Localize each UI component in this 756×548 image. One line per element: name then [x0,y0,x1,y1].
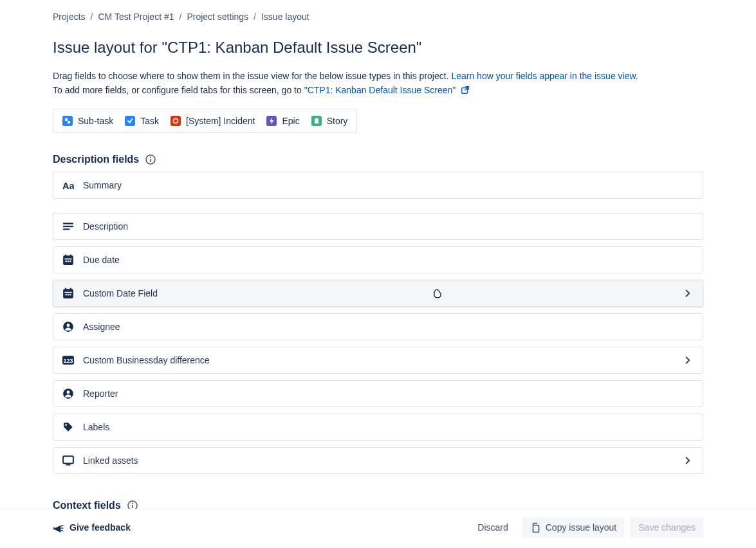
field-row[interactable]: Custom Businessday difference [53,347,703,374]
field-label: Custom Date Field [83,288,158,298]
issue-type-label: Epic [282,116,299,126]
issue-type-label: Task [140,116,159,126]
description-fields-list: SummaryDescriptionDue dateCustom Date Fi… [53,172,703,474]
breadcrumb-project[interactable]: CM Test Project #1 [98,12,174,22]
calendar-icon [62,288,74,299]
monitor-icon [62,455,74,466]
learn-link[interactable]: Learn how your fields appear in the issu… [451,71,638,81]
issue-type-incident: [System] Incident [171,116,255,126]
issue-types-box: Sub-task Task [System] Incident Epic Sto… [53,109,357,133]
description-fields-header: Description fields [53,154,703,165]
field-label: Summary [83,180,122,190]
footer-bar: Give feedback Discard Copy issue layout … [0,509,756,548]
intro-part1: Drag fields to choose where to show them… [53,71,451,81]
info-icon[interactable] [145,154,156,165]
issue-type-label: Sub-task [78,116,113,126]
external-link-icon [461,86,470,95]
screen-link-text: "CTP1: Kanban Default Issue Screen" [304,85,456,95]
breadcrumb-projects[interactable]: Projects [53,12,86,22]
breadcrumb-sep: / [254,12,256,22]
chevron-right-icon [682,354,694,366]
breadcrumb-issue-layout[interactable]: Issue layout [261,12,309,22]
copy-issue-layout-button[interactable]: Copy issue layout [522,517,625,538]
copy-icon [530,522,540,533]
person-icon [62,388,74,399]
field-label: Reporter [83,388,118,399]
discard-button[interactable]: Discard [470,517,515,538]
copy-label: Copy issue layout [546,522,617,533]
give-feedback-button[interactable]: Give feedback [53,522,131,533]
field-label: Assignee [83,322,120,332]
description-fields-title: Description fields [53,154,139,165]
field-row[interactable]: Due date [53,246,703,273]
incident-icon [171,116,181,126]
field-row[interactable]: Labels [53,414,703,441]
breadcrumb-settings[interactable]: Project settings [187,12,248,22]
save-changes-button: Save changes [631,517,703,538]
megaphone-icon [53,522,64,533]
issue-type-subtask: Sub-task [62,116,113,126]
text-icon [62,179,74,191]
field-row[interactable]: Linked assets [53,447,703,474]
field-row[interactable]: Reporter [53,380,703,407]
intro-text: Drag fields to choose where to show them… [53,69,703,97]
field-label: Description [83,221,128,232]
issue-type-task: Task [125,116,159,126]
person-icon [62,321,74,333]
task-icon [125,116,135,126]
paragraph-icon [62,221,74,232]
breadcrumb-sep: / [179,12,181,22]
field-row[interactable]: Description [53,213,703,240]
field-row[interactable]: Custom Date Field [53,280,703,307]
subtask-icon [62,116,73,126]
epic-icon [266,116,277,126]
calendar-icon [62,254,74,266]
issue-type-label: Story [327,116,348,126]
issue-type-story: Story [311,116,348,126]
page-title: Issue layout for "CTP1: Kanban Default I… [53,39,703,57]
number-icon [62,354,74,366]
field-row[interactable]: Summary [53,172,703,199]
tag-icon [62,421,74,433]
screen-link[interactable]: "CTP1: Kanban Default Issue Screen" [304,85,470,95]
issue-type-epic: Epic [266,116,299,126]
breadcrumb-sep: / [91,12,93,22]
feedback-label: Give feedback [69,522,131,533]
field-label: Custom Businessday difference [83,355,210,365]
field-row[interactable]: Assignee [53,313,703,340]
chevron-right-icon [682,288,694,299]
grab-cursor-icon [432,286,445,301]
issue-type-label: [System] Incident [186,116,255,126]
intro-part2: To add more fields, or configure field t… [53,85,304,95]
chevron-right-icon [682,455,694,466]
field-label: Linked assets [83,455,138,466]
story-icon [311,116,322,126]
field-label: Due date [83,255,120,265]
field-label: Labels [83,422,109,432]
breadcrumb: Projects / CM Test Project #1 / Project … [53,8,703,28]
